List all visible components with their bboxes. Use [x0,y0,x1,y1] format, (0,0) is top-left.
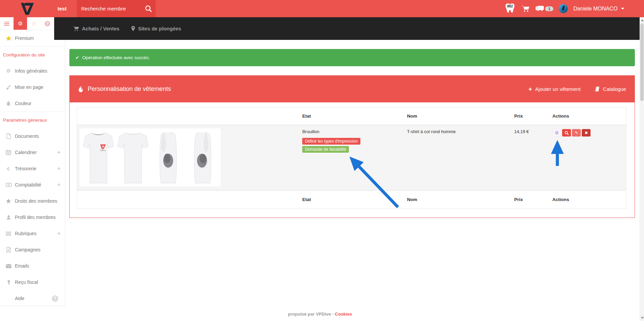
sidebar-item-label: Campagnes [15,247,41,252]
svg-text:VPDive: VPDive [100,149,106,151]
header-nom: Nom [404,114,512,119]
sidebar-item-couleur[interactable]: Couleur [0,95,65,112]
sidebar-item-campagnes[interactable]: Campagnes [0,242,65,258]
user-menu[interactable]: Daniele MONACO [573,6,618,12]
sidebar-item-label: Infos générales [15,68,47,74]
magnifier-icon [564,131,569,135]
scrollbar-thumb[interactable] [640,23,644,101]
x-icon: ✖ [585,131,588,135]
row-settings-button[interactable]: ⚙ [552,129,561,137]
sidebar-item-aide[interactable]: Aide? [0,290,65,306]
row-delete-button[interactable]: ✖ [582,129,591,137]
sidebar-item-mise-en-page[interactable]: Mise en page [0,79,65,95]
sidebar-item-tresorerie[interactable]: €Trésorerie+ [0,160,65,177]
panel-title-wrap: Personnalisation de vêtements [70,85,171,93]
action-buttons: ⚙ ✎ ✖ [552,129,626,137]
file-lines-icon [5,247,12,252]
table-footer-row: Etat Nom Prix Actions [77,190,626,208]
points-count: 882 [504,4,516,8]
footer-actions: Actions [550,197,626,202]
add-garment-label: Ajouter un vêtement [535,86,580,92]
add-garment-button[interactable]: + Ajouter un vêtement [528,86,580,92]
plus-icon: + [528,86,532,92]
page-scrollbar[interactable] [640,17,644,321]
tshirt-front-thumbnail: VPDive [82,130,115,186]
header-prix: Prix [511,114,550,119]
table-row: VPDive [77,125,626,190]
search-input[interactable] [77,0,147,17]
map-marker-icon [131,26,135,31]
scroll-down-icon[interactable] [641,317,644,319]
help-badge-icon[interactable]: ? [52,295,58,302]
diver-silhouette [562,6,565,11]
plus-expand-icon[interactable]: + [57,230,61,237]
nav-item-cart[interactable]: Achats / Ventes [73,26,119,31]
avatar[interactable] [559,4,568,13]
nav-item-map-marker[interactable]: Sites de plongées [131,26,181,31]
tshirt-back-thumbnail [116,130,150,186]
calendar-icon [5,150,12,155]
vpdive-logo-icon[interactable] [19,1,35,17]
prix-cell: 14,19 € [511,125,550,190]
success-alert: ✔ Opération effectuée avec succès. [69,49,635,66]
garment-thumbnails[interactable]: VPDive [80,128,221,187]
check-icon: ✔ [75,55,79,60]
sidebar-item-label: Aide [15,296,24,301]
club-label[interactable]: test [58,0,67,17]
actions-cell: ⚙ ✎ ✖ [550,125,626,190]
sidebar-item-label: Couleur [15,101,31,106]
messages-indicator[interactable]: 1 [535,5,553,13]
sidebar-item-emails[interactable]: Emails [0,258,65,274]
sidebar-section-configuration-du-site: Configuration du site [0,47,65,63]
sidebar-item-rubriques[interactable]: Rubriques+ [0,225,65,242]
panel-header: Personnalisation de vêtements + Ajouter … [70,76,635,102]
chat-count-badge: 1 [545,6,553,11]
footer-separator: - [331,312,335,317]
sidebar-item-infos-generales[interactable]: ⚙Infos générales [0,63,65,79]
cart-icon [73,26,79,31]
chevron-down-icon[interactable] [621,8,624,9]
state-badge[interactable]: Demande de faisabilité [302,146,349,153]
sidebar-item-comptabilite[interactable]: Comptabilité+ [0,177,65,193]
sidebar-item-documents[interactable]: Documents [0,128,65,144]
plus-expand-icon[interactable]: + [57,165,61,172]
cookies-link[interactable]: Cookies [335,312,352,317]
tab-menu[interactable] [0,17,14,30]
powered-by-text: propulsé par VPDive [288,312,331,317]
footer: propulsé par VPDive - Cookies [0,312,640,317]
member-search [77,0,156,17]
sidebar-item-label: Emails [15,263,29,269]
state-badge[interactable]: Définir les types d'impression [302,138,360,145]
scroll-up-icon[interactable] [641,19,644,21]
tab-favorites[interactable]: ☆ [27,17,41,30]
search-icon[interactable] [145,5,152,13]
sidebar-item-calendrier[interactable]: Calendrier+ [0,144,65,160]
star-yellow-icon [5,35,12,41]
star-outline-icon: ☆ [31,21,37,27]
sidebar-item-label: Premium [15,35,34,41]
sidebar-item-profil-des-membres[interactable]: Profil des membres [0,209,65,225]
topbar-right: 882 1 Daniele MONACO [504,0,624,17]
droplet-icon [78,86,83,93]
tshirt-side-right-thumbnail [185,130,219,186]
droplet-icon [5,101,12,106]
sidebar-menu: PremiumConfiguration du site⚙Infos génér… [0,30,65,306]
points-badge[interactable]: 882 [504,2,516,14]
row-edit-button[interactable]: ✎ [572,129,581,137]
tab-settings[interactable]: ⚙ [14,17,27,30]
table-header-row: Etat Nom Prix Actions [77,107,626,125]
nav-item-label: Sites de plongées [138,26,181,31]
sidebar-item-label: Droits des membres [15,198,57,204]
topbar: test 882 [0,0,644,17]
catalogue-button[interactable]: Catalogue [594,86,626,92]
brush-icon [5,85,12,90]
row-view-button[interactable] [562,129,571,137]
plus-expand-icon[interactable]: + [57,181,61,188]
tab-help[interactable]: ? [41,17,54,30]
cart-icon[interactable] [521,5,530,13]
sidebar-item-label: Mise en page [15,84,43,90]
sidebar-item-droits-des-membres[interactable]: Droits des membres [0,193,65,209]
plus-expand-icon[interactable]: + [57,149,61,156]
hamburger-icon [4,22,9,26]
sidebar-item-recu-fiscal[interactable]: Reçu fiscal [0,274,65,290]
